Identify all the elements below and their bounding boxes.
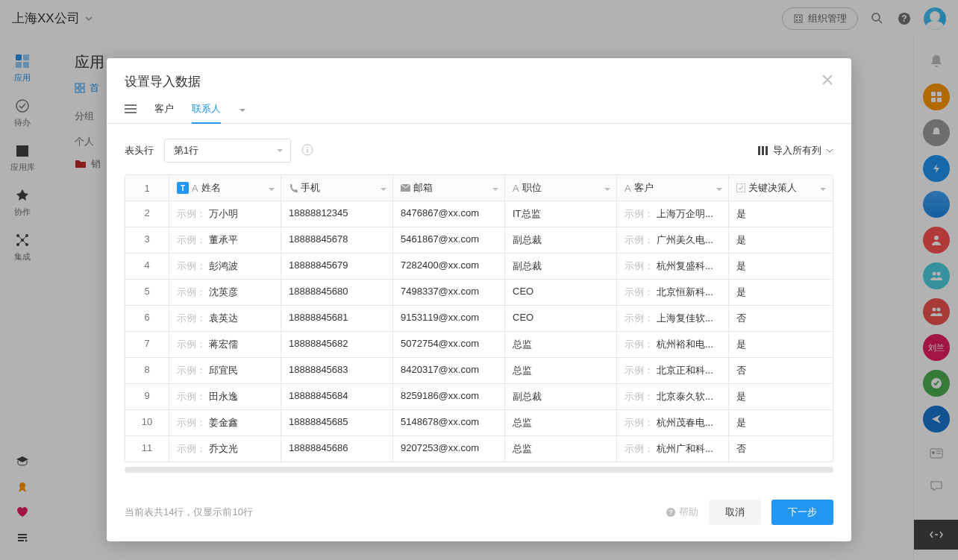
cell-customer: 示例：广州美久电... xyxy=(617,227,729,253)
caret-down-icon xyxy=(820,188,826,192)
table-row: 2示例：万小明188888123458476867@xx.comIT总监示例：上… xyxy=(125,201,833,227)
import-all-columns[interactable]: 导入所有列 xyxy=(758,144,833,157)
cell-customer: 示例：北京正和科... xyxy=(617,358,729,383)
svg-rect-48 xyxy=(762,146,764,155)
svg-text:?: ? xyxy=(669,509,673,516)
import-all-label: 导入所有列 xyxy=(773,144,821,157)
cell-key: 是 xyxy=(729,332,832,357)
cell-phone: 18888845678 xyxy=(281,227,393,253)
cell-name: 示例：姜金鑫 xyxy=(169,410,281,435)
cell-email: 7282400@xx.com xyxy=(393,254,505,279)
import-preview-table: 1 T A 姓名 手机 邮箱 xyxy=(125,174,833,462)
cell-name: 示例：董承平 xyxy=(169,227,281,253)
cell-key: 是 xyxy=(729,227,832,253)
cell-customer: 示例：北京泰久软... xyxy=(617,384,729,409)
caret-down-icon xyxy=(716,188,722,192)
cell-key: 是 xyxy=(729,201,832,227)
col-header-position[interactable]: A 职位 xyxy=(505,175,617,201)
cell-name: 示例：袁英达 xyxy=(169,306,281,331)
col-header-customer[interactable]: A 客户 xyxy=(617,175,729,201)
col-header-key[interactable]: 关键决策人 xyxy=(729,175,832,201)
table-row: 11示例：乔文光188888456869207253@xx.com总监示例：杭州… xyxy=(125,436,833,462)
cell-position: CEO xyxy=(505,280,617,305)
tab-menu-button[interactable] xyxy=(125,104,137,121)
cell-name: 示例：万小明 xyxy=(169,201,281,227)
cell-email: 8476867@xx.com xyxy=(393,201,505,227)
svg-rect-47 xyxy=(758,146,760,155)
table-row: 5示例：沈英彦188888456807498337@xx.comCEO示例：北京… xyxy=(125,280,833,306)
import-data-modal: 设置导入数据 客户 联系人 表头行 第1行 xyxy=(107,58,851,541)
cell-name: 示例：彭鸿波 xyxy=(169,254,281,279)
cell-email: 7498337@xx.com xyxy=(393,280,505,305)
cell-phone: 18888812345 xyxy=(281,201,393,227)
modal-close-button[interactable] xyxy=(821,73,833,88)
cell-key: 否 xyxy=(729,306,832,331)
col-header-index: 1 xyxy=(125,175,169,201)
text-type-badge: T xyxy=(177,182,189,194)
cell-email: 8420317@xx.com xyxy=(393,358,505,383)
cell-email: 5072754@xx.com xyxy=(393,332,505,357)
cell-phone: 18888845679 xyxy=(281,254,393,279)
cell-key: 否 xyxy=(729,358,832,383)
tab-contact[interactable]: 联系人 xyxy=(192,102,221,123)
checkbox-icon xyxy=(736,183,745,192)
table-row: 4示例：彭鸿波188888456797282400@xx.com副总裁示例：杭州… xyxy=(125,254,833,280)
cancel-button[interactable]: 取消 xyxy=(709,500,761,525)
email-icon xyxy=(401,184,410,192)
cell-key: 是 xyxy=(729,254,832,279)
tab-customer[interactable]: 客户 xyxy=(154,102,174,123)
cell-position: CEO xyxy=(505,306,617,331)
table-row: 8示例：邱宜民188888456838420317@xx.com总监示例：北京正… xyxy=(125,358,833,384)
row-index: 4 xyxy=(125,254,169,279)
next-button[interactable]: 下一步 xyxy=(771,500,833,525)
row-index: 6 xyxy=(125,306,169,331)
row-index: 5 xyxy=(125,280,169,305)
col-header-phone[interactable]: 手机 xyxy=(281,175,393,201)
phone-icon xyxy=(289,183,298,192)
cell-customer: 示例：杭州复盛科... xyxy=(617,254,729,279)
cell-position: 总监 xyxy=(505,410,617,435)
cell-email: 9207253@xx.com xyxy=(393,436,505,462)
table-row: 9示例：田永逸188888456848259186@xx.com副总裁示例：北京… xyxy=(125,384,833,410)
text-field-icon: A xyxy=(513,183,519,194)
cell-phone: 18888845684 xyxy=(281,384,393,409)
cell-position: IT总监 xyxy=(505,201,617,227)
row-index: 3 xyxy=(125,227,169,253)
cell-name: 示例：邱宜民 xyxy=(169,358,281,383)
cell-name: 示例：乔文光 xyxy=(169,436,281,462)
cell-customer: 示例：北京恒新科... xyxy=(617,280,729,305)
cell-phone: 18888845680 xyxy=(281,280,393,305)
row-index: 10 xyxy=(125,410,169,435)
info-button[interactable] xyxy=(301,144,313,158)
table-row: 10示例：姜金鑫188888456855148678@xx.com总监示例：杭州… xyxy=(125,410,833,436)
cell-position: 副总裁 xyxy=(505,254,617,279)
header-row-select[interactable]: 第1行 xyxy=(164,139,291,163)
cell-position: 总监 xyxy=(505,332,617,357)
caret-down-icon xyxy=(381,188,386,192)
tab-dropdown[interactable] xyxy=(239,104,246,122)
cell-position: 总监 xyxy=(505,436,617,462)
svg-rect-49 xyxy=(766,146,768,155)
cell-position: 总监 xyxy=(505,358,617,383)
cell-email: 5148678@xx.com xyxy=(393,410,505,435)
info-icon xyxy=(301,144,313,156)
columns-icon xyxy=(758,146,768,155)
horizontal-scrollbar[interactable] xyxy=(125,467,833,473)
table-row: 6示例：袁英达188888456819153119@xx.comCEO示例：上海… xyxy=(125,306,833,332)
cell-phone: 18888845685 xyxy=(281,410,393,435)
cell-position: 副总裁 xyxy=(505,384,617,409)
cell-phone: 18888845683 xyxy=(281,358,393,383)
chevron-down-icon xyxy=(826,148,833,153)
col-header-name[interactable]: T A 姓名 xyxy=(169,175,281,201)
row-index: 7 xyxy=(125,332,169,357)
cell-position: 副总裁 xyxy=(505,227,617,253)
help-link[interactable]: ? 帮助 xyxy=(666,506,698,519)
close-icon xyxy=(821,74,833,86)
cell-email: 9153119@xx.com xyxy=(393,306,505,331)
cell-key: 是 xyxy=(729,410,832,435)
col-header-email[interactable]: 邮箱 xyxy=(393,175,505,201)
caret-down-icon xyxy=(239,108,246,113)
modal-title: 设置导入数据 xyxy=(125,73,201,90)
cell-email: 5461867@xx.com xyxy=(393,227,505,253)
text-field-icon: A xyxy=(624,183,631,194)
